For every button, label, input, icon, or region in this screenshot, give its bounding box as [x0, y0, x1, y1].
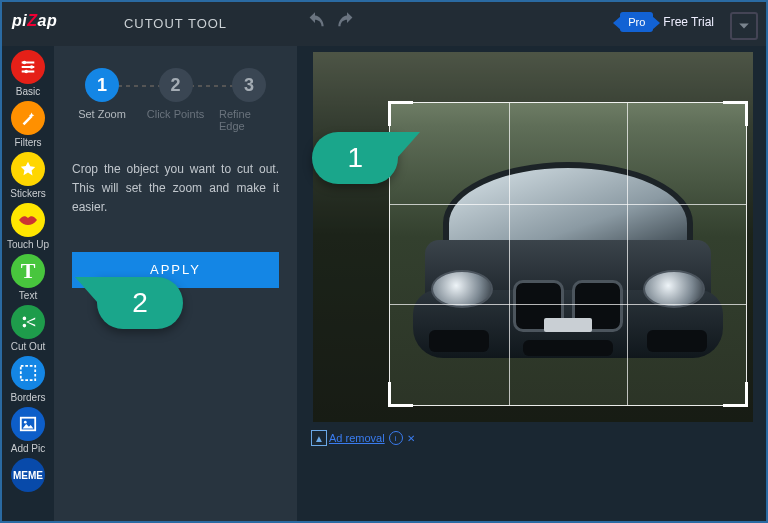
svg-rect-3	[21, 366, 35, 380]
step-description: Crop the object you want to cut out. Thi…	[72, 160, 279, 218]
sliders-icon	[11, 50, 45, 84]
lips-icon	[11, 203, 45, 237]
crop-rectangle[interactable]	[389, 102, 747, 406]
free-trial-link[interactable]: Free Trial	[663, 15, 714, 29]
ad-removal-link[interactable]: ▲ Ad removal i ✕	[311, 430, 415, 446]
tool-sidebar: Basic Filters Stickers Touch Up T Text C…	[2, 46, 54, 521]
sidebar-item-borders[interactable]: Borders	[2, 356, 54, 403]
crop-handle-br[interactable]	[723, 382, 748, 407]
meme-icon: MEME	[11, 458, 45, 492]
photo	[313, 52, 753, 422]
svg-point-0	[23, 61, 27, 65]
star-icon	[11, 152, 45, 186]
step-set-zoom[interactable]: 1 Set Zoom	[72, 68, 132, 120]
step-label: Click Points	[147, 108, 204, 120]
sidebar-item-addpic[interactable]: Add Pic	[2, 407, 54, 454]
editor-canvas[interactable]: ▲ Ad removal i ✕	[297, 46, 766, 521]
panel-title: CUTOUT TOOL	[54, 16, 297, 31]
sidebar-item-filters[interactable]: Filters	[2, 101, 54, 148]
pro-badge[interactable]: Pro	[620, 12, 653, 32]
wand-icon	[11, 101, 45, 135]
step-label: Set Zoom	[78, 108, 126, 120]
scissors-icon	[11, 305, 45, 339]
annotation-callout-2: 2	[97, 277, 183, 329]
annotation-callout-1: 1	[312, 132, 398, 184]
svg-point-1	[30, 65, 34, 69]
image-icon	[11, 407, 45, 441]
adchoices-icon[interactable]: i	[389, 431, 403, 445]
sidebar-item-meme[interactable]: MEME	[2, 458, 54, 492]
sidebar-item-label: Add Pic	[11, 443, 45, 454]
redo-icon[interactable]	[334, 10, 360, 40]
sidebar-item-label: Stickers	[10, 188, 46, 199]
sidebar-item-label: Touch Up	[7, 239, 49, 250]
step-label: Refine Edge	[219, 108, 279, 132]
broken-image-icon: ▲	[311, 430, 327, 446]
step-indicator: 1 Set Zoom 2 Click Points 3 Refine Edge	[72, 68, 279, 132]
sidebar-item-text[interactable]: T Text	[2, 254, 54, 301]
text-icon: T	[11, 254, 45, 288]
sidebar-item-label: Text	[19, 290, 37, 301]
sidebar-item-label: Cut Out	[11, 341, 45, 352]
crop-handle-tl[interactable]	[388, 101, 413, 126]
menu-chevron-icon[interactable]	[730, 12, 758, 40]
step-refine-edge[interactable]: 3 Refine Edge	[219, 68, 279, 132]
app-logo: piZap	[12, 12, 57, 30]
border-icon	[11, 356, 45, 390]
ad-close-icon[interactable]: ✕	[407, 433, 415, 444]
sidebar-item-basic[interactable]: Basic	[2, 50, 54, 97]
sidebar-item-cutout[interactable]: Cut Out	[2, 305, 54, 352]
step-click-points[interactable]: 2 Click Points	[146, 68, 206, 120]
sidebar-item-label: Basic	[16, 86, 40, 97]
undo-icon[interactable]	[302, 10, 328, 40]
sidebar-item-stickers[interactable]: Stickers	[2, 152, 54, 199]
crop-handle-bl[interactable]	[388, 382, 413, 407]
svg-point-2	[24, 70, 28, 74]
svg-point-5	[24, 421, 27, 424]
sidebar-item-label: Filters	[14, 137, 41, 148]
crop-handle-tr[interactable]	[723, 101, 748, 126]
sidebar-item-touchup[interactable]: Touch Up	[2, 203, 54, 250]
sidebar-item-label: Borders	[10, 392, 45, 403]
